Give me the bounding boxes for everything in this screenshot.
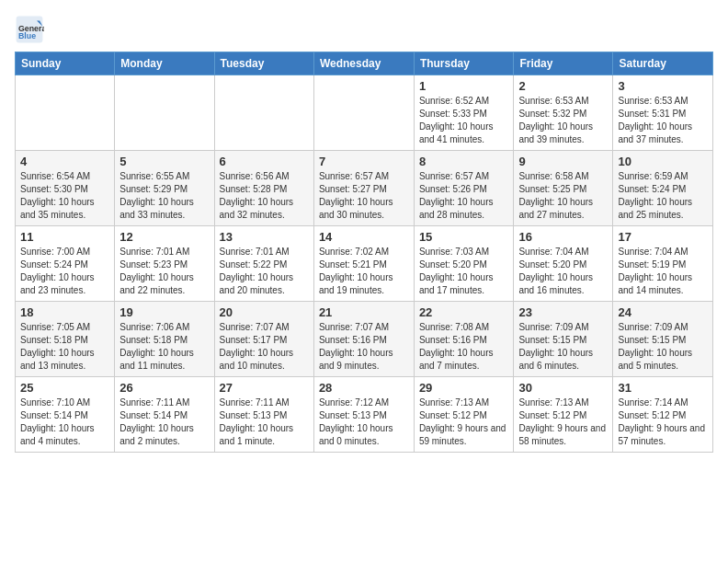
calendar-cell: 13Sunrise: 7:01 AM Sunset: 5:22 PM Dayli…	[214, 226, 313, 302]
calendar-cell: 7Sunrise: 6:57 AM Sunset: 5:27 PM Daylig…	[313, 151, 414, 226]
calendar-cell: 15Sunrise: 7:03 AM Sunset: 5:20 PM Dayli…	[414, 226, 514, 302]
calendar-header-row: SundayMondayTuesdayWednesdayThursdayFrid…	[16, 52, 713, 75]
day-info: Sunrise: 7:04 AM Sunset: 5:19 PM Dayligh…	[618, 246, 708, 297]
calendar-cell: 4Sunrise: 6:54 AM Sunset: 5:30 PM Daylig…	[16, 151, 115, 226]
day-info: Sunrise: 7:09 AM Sunset: 5:15 PM Dayligh…	[518, 321, 608, 373]
day-number: 24	[618, 305, 708, 319]
day-number: 8	[419, 155, 509, 168]
day-info: Sunrise: 6:52 AM Sunset: 5:33 PM Dayligh…	[419, 95, 509, 146]
day-number: 1	[419, 79, 509, 93]
day-number: 27	[220, 381, 309, 395]
day-number: 16	[518, 230, 608, 244]
calendar-cell: 20Sunrise: 7:07 AM Sunset: 5:17 PM Dayli…	[214, 302, 313, 377]
day-info: Sunrise: 7:03 AM Sunset: 5:20 PM Dayligh…	[419, 246, 509, 297]
day-number: 28	[319, 381, 409, 395]
calendar-cell: 21Sunrise: 7:07 AM Sunset: 5:16 PM Dayli…	[313, 302, 414, 377]
day-info: Sunrise: 7:07 AM Sunset: 5:17 PM Dayligh…	[220, 321, 309, 373]
calendar-cell: 5Sunrise: 6:55 AM Sunset: 5:29 PM Daylig…	[115, 151, 214, 226]
day-info: Sunrise: 7:12 AM Sunset: 5:13 PM Dayligh…	[319, 396, 409, 448]
calendar-cell: 1Sunrise: 6:52 AM Sunset: 5:33 PM Daylig…	[414, 75, 514, 151]
day-number: 21	[319, 305, 409, 319]
calendar-cell: 12Sunrise: 7:01 AM Sunset: 5:23 PM Dayli…	[115, 226, 214, 302]
day-info: Sunrise: 7:10 AM Sunset: 5:14 PM Dayligh…	[20, 396, 109, 448]
day-number: 30	[518, 381, 608, 395]
day-info: Sunrise: 7:01 AM Sunset: 5:23 PM Dayligh…	[119, 246, 209, 297]
day-info: Sunrise: 7:13 AM Sunset: 5:12 PM Dayligh…	[518, 396, 608, 448]
day-number: 13	[220, 230, 309, 244]
calendar-body: 1Sunrise: 6:52 AM Sunset: 5:33 PM Daylig…	[16, 75, 713, 453]
day-number: 12	[119, 230, 209, 244]
calendar-cell: 3Sunrise: 6:53 AM Sunset: 5:31 PM Daylig…	[613, 75, 713, 151]
day-number: 4	[20, 155, 109, 168]
column-header-friday: Friday	[514, 52, 613, 75]
calendar-week-1: 1Sunrise: 6:52 AM Sunset: 5:33 PM Daylig…	[16, 75, 713, 151]
calendar-cell: 2Sunrise: 6:53 AM Sunset: 5:32 PM Daylig…	[514, 75, 613, 151]
column-header-sunday: Sunday	[16, 52, 115, 75]
calendar-cell: 16Sunrise: 7:04 AM Sunset: 5:20 PM Dayli…	[514, 226, 613, 302]
day-info: Sunrise: 6:53 AM Sunset: 5:32 PM Dayligh…	[518, 95, 608, 146]
calendar-week-3: 11Sunrise: 7:00 AM Sunset: 5:24 PM Dayli…	[16, 226, 713, 302]
day-info: Sunrise: 6:56 AM Sunset: 5:28 PM Dayligh…	[220, 170, 309, 222]
day-number: 19	[119, 305, 209, 319]
day-number: 25	[20, 381, 109, 395]
page-header: General Blue	[15, 15, 713, 44]
day-info: Sunrise: 6:57 AM Sunset: 5:26 PM Dayligh…	[419, 170, 509, 222]
column-header-monday: Monday	[115, 52, 214, 75]
day-info: Sunrise: 7:05 AM Sunset: 5:18 PM Dayligh…	[20, 321, 109, 373]
day-number: 15	[419, 230, 509, 244]
calendar-cell: 29Sunrise: 7:13 AM Sunset: 5:12 PM Dayli…	[414, 377, 514, 453]
calendar-cell	[115, 75, 214, 151]
calendar-week-4: 18Sunrise: 7:05 AM Sunset: 5:18 PM Dayli…	[16, 302, 713, 377]
calendar-cell	[16, 75, 115, 151]
day-info: Sunrise: 6:55 AM Sunset: 5:29 PM Dayligh…	[119, 170, 209, 222]
day-info: Sunrise: 7:07 AM Sunset: 5:16 PM Dayligh…	[319, 321, 409, 373]
day-number: 20	[220, 305, 309, 319]
day-number: 31	[618, 381, 708, 395]
day-info: Sunrise: 7:09 AM Sunset: 5:15 PM Dayligh…	[618, 321, 708, 373]
logo: General Blue	[15, 15, 48, 44]
calendar-cell: 11Sunrise: 7:00 AM Sunset: 5:24 PM Dayli…	[16, 226, 115, 302]
day-number: 26	[119, 381, 209, 395]
day-info: Sunrise: 7:11 AM Sunset: 5:13 PM Dayligh…	[220, 396, 309, 448]
calendar-cell: 19Sunrise: 7:06 AM Sunset: 5:18 PM Dayli…	[115, 302, 214, 377]
logo-icon: General Blue	[15, 15, 44, 44]
day-number: 3	[618, 79, 708, 93]
calendar-table: SundayMondayTuesdayWednesdayThursdayFrid…	[15, 52, 713, 453]
calendar-cell: 10Sunrise: 6:59 AM Sunset: 5:24 PM Dayli…	[613, 151, 713, 226]
day-info: Sunrise: 7:01 AM Sunset: 5:22 PM Dayligh…	[220, 246, 309, 297]
day-info: Sunrise: 6:59 AM Sunset: 5:24 PM Dayligh…	[618, 170, 708, 222]
day-number: 17	[618, 230, 708, 244]
calendar-cell: 14Sunrise: 7:02 AM Sunset: 5:21 PM Dayli…	[313, 226, 414, 302]
day-info: Sunrise: 6:54 AM Sunset: 5:30 PM Dayligh…	[20, 170, 109, 222]
calendar-cell: 22Sunrise: 7:08 AM Sunset: 5:16 PM Dayli…	[414, 302, 514, 377]
day-info: Sunrise: 7:13 AM Sunset: 5:12 PM Dayligh…	[419, 396, 509, 448]
day-info: Sunrise: 7:00 AM Sunset: 5:24 PM Dayligh…	[20, 246, 109, 297]
calendar-week-2: 4Sunrise: 6:54 AM Sunset: 5:30 PM Daylig…	[16, 151, 713, 226]
calendar-cell: 30Sunrise: 7:13 AM Sunset: 5:12 PM Dayli…	[514, 377, 613, 453]
calendar-cell: 25Sunrise: 7:10 AM Sunset: 5:14 PM Dayli…	[16, 377, 115, 453]
day-number: 22	[419, 305, 509, 319]
day-number: 10	[618, 155, 708, 168]
day-info: Sunrise: 6:58 AM Sunset: 5:25 PM Dayligh…	[518, 170, 608, 222]
calendar-cell: 31Sunrise: 7:14 AM Sunset: 5:12 PM Dayli…	[613, 377, 713, 453]
day-number: 7	[319, 155, 409, 168]
calendar-cell: 24Sunrise: 7:09 AM Sunset: 5:15 PM Dayli…	[613, 302, 713, 377]
calendar-cell: 6Sunrise: 6:56 AM Sunset: 5:28 PM Daylig…	[214, 151, 313, 226]
day-number: 14	[319, 230, 409, 244]
day-number: 2	[518, 79, 608, 93]
day-info: Sunrise: 7:11 AM Sunset: 5:14 PM Dayligh…	[119, 396, 209, 448]
calendar-cell: 18Sunrise: 7:05 AM Sunset: 5:18 PM Dayli…	[16, 302, 115, 377]
day-info: Sunrise: 7:04 AM Sunset: 5:20 PM Dayligh…	[518, 246, 608, 297]
calendar-cell: 9Sunrise: 6:58 AM Sunset: 5:25 PM Daylig…	[514, 151, 613, 226]
svg-text:Blue: Blue	[18, 31, 36, 40]
column-header-wednesday: Wednesday	[313, 52, 414, 75]
day-number: 23	[518, 305, 608, 319]
calendar-cell: 26Sunrise: 7:11 AM Sunset: 5:14 PM Dayli…	[115, 377, 214, 453]
calendar-cell: 23Sunrise: 7:09 AM Sunset: 5:15 PM Dayli…	[514, 302, 613, 377]
day-number: 6	[220, 155, 309, 168]
calendar-cell: 17Sunrise: 7:04 AM Sunset: 5:19 PM Dayli…	[613, 226, 713, 302]
calendar-cell	[214, 75, 313, 151]
calendar-cell: 28Sunrise: 7:12 AM Sunset: 5:13 PM Dayli…	[313, 377, 414, 453]
day-info: Sunrise: 7:08 AM Sunset: 5:16 PM Dayligh…	[419, 321, 509, 373]
day-number: 11	[20, 230, 109, 244]
